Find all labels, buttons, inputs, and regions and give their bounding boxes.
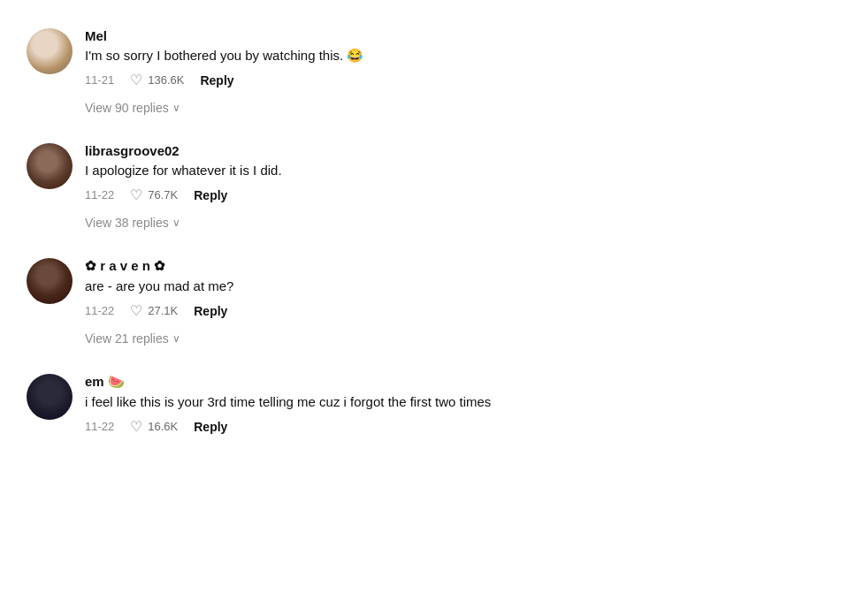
- like-area-em[interactable]: ♡16.6K: [130, 418, 178, 435]
- comment-section: MelI'm so sorry I bothered you by watchi…: [0, 18, 848, 440]
- comment-actions-mel: 11-21♡136.6KReply: [85, 72, 821, 88]
- reply-button-mel[interactable]: Reply: [200, 73, 233, 87]
- comment-text-mel: I'm so sorry I bothered you by watching …: [85, 46, 821, 65]
- comment-content-raven: ✿ r a v e n ✿are - are you mad at me?11-…: [85, 258, 821, 319]
- avatar-librasgroove02: [27, 143, 73, 189]
- view-replies-raven: View 21 replies ∨: [85, 328, 830, 349]
- comment-item-mel: MelI'm so sorry I bothered you by watchi…: [18, 18, 830, 94]
- heart-icon-raven: ♡: [130, 302, 142, 319]
- view-replies-button-mel[interactable]: View 90 replies ∨: [85, 97, 180, 118]
- comment-content-em: em 🍉i feel like this is your 3rd time te…: [85, 374, 821, 435]
- comment-actions-raven: 11-22♡27.1KReply: [85, 302, 821, 319]
- view-replies-label-librasgroove02: View 38 replies: [85, 216, 169, 230]
- like-count-raven: 27.1K: [148, 304, 178, 317]
- comment-item-raven: ✿ r a v e n ✿are - are you mad at me?11-…: [18, 247, 830, 324]
- comment-date-raven: 11-22: [85, 304, 114, 317]
- like-count-mel: 136.6K: [148, 73, 184, 87]
- comment-username-em[interactable]: em 🍉: [85, 374, 821, 390]
- comment-username-raven[interactable]: ✿ r a v e n ✿: [85, 258, 821, 274]
- comment-content-librasgroove02: librasgroove02I apologize for whatever i…: [85, 143, 821, 203]
- comment-actions-em: 11-22♡16.6KReply: [85, 418, 821, 435]
- comment-text-librasgroove02: I apologize for whatever it is I did.: [85, 161, 821, 179]
- heart-icon-mel: ♡: [130, 72, 142, 88]
- avatar-face-librasgroove02: [27, 143, 73, 189]
- comment-actions-librasgroove02: 11-22♡76.7KReply: [85, 186, 821, 203]
- view-replies-label-mel: View 90 replies: [85, 101, 169, 115]
- heart-icon-librasgroove02: ♡: [130, 186, 142, 203]
- comment-text-raven: are - are you mad at me?: [85, 277, 821, 295]
- comment-username-librasgroove02[interactable]: librasgroove02: [85, 143, 821, 158]
- comment-date-mel: 11-21: [85, 73, 114, 87]
- reply-button-raven[interactable]: Reply: [194, 304, 227, 318]
- view-replies-label-raven: View 21 replies: [85, 331, 169, 346]
- chevron-down-icon-raven: ∨: [172, 332, 180, 345]
- comment-content-mel: MelI'm so sorry I bothered you by watchi…: [85, 28, 821, 88]
- like-count-em: 16.6K: [148, 420, 178, 433]
- heart-icon-em: ♡: [130, 418, 142, 435]
- avatar-raven: [27, 258, 73, 304]
- comment-date-librasgroove02: 11-22: [85, 188, 114, 202]
- like-count-librasgroove02: 76.7K: [148, 188, 178, 202]
- avatar-face-em: [27, 374, 73, 420]
- chevron-down-icon-mel: ∨: [172, 102, 180, 114]
- like-area-raven[interactable]: ♡27.1K: [130, 302, 178, 319]
- comment-text-em: i feel like this is your 3rd time tellin…: [85, 392, 821, 411]
- comment-item-librasgroove02: librasgroove02I apologize for whatever i…: [18, 133, 830, 209]
- avatar-face-raven: [27, 258, 73, 304]
- view-replies-button-raven[interactable]: View 21 replies ∨: [85, 328, 180, 349]
- comment-item-em: em 🍉i feel like this is your 3rd time te…: [18, 363, 830, 440]
- reply-button-em[interactable]: Reply: [194, 420, 227, 434]
- avatar-mel: [27, 28, 73, 74]
- chevron-down-icon-librasgroove02: ∨: [172, 217, 180, 229]
- avatar-face-mel: [27, 28, 73, 74]
- reply-button-librasgroove02[interactable]: Reply: [194, 188, 227, 202]
- view-replies-button-librasgroove02[interactable]: View 38 replies ∨: [85, 212, 180, 233]
- view-replies-mel: View 90 replies ∨: [85, 97, 830, 118]
- comment-date-em: 11-22: [85, 420, 114, 433]
- like-area-mel[interactable]: ♡136.6K: [130, 72, 184, 88]
- like-area-librasgroove02[interactable]: ♡76.7K: [130, 186, 178, 203]
- avatar-em: [27, 374, 73, 420]
- view-replies-librasgroove02: View 38 replies ∨: [85, 212, 830, 233]
- comment-username-mel[interactable]: Mel: [85, 28, 821, 43]
